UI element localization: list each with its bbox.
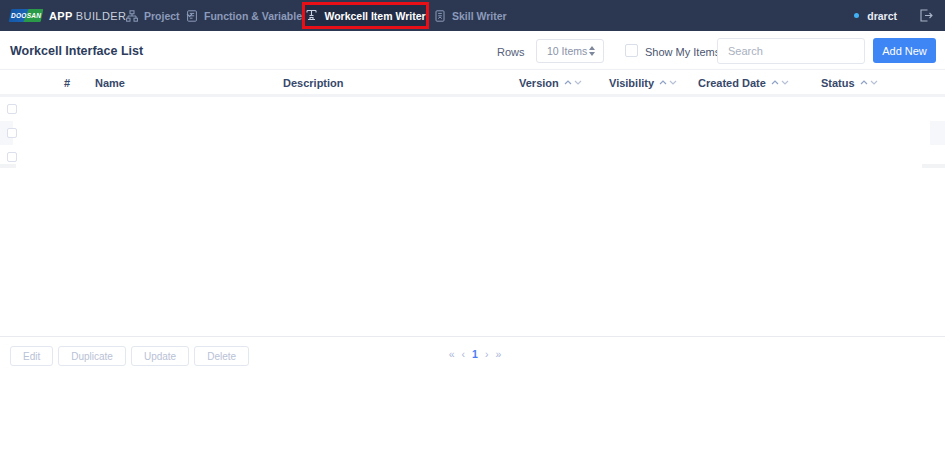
sort-desc-icon — [574, 80, 582, 85]
column-header-index: # — [64, 70, 70, 95]
table-row[interactable] — [0, 97, 945, 121]
sort-asc-icon — [564, 80, 572, 85]
table-edge-strip — [922, 164, 945, 168]
stepper-icon — [589, 46, 595, 56]
search-box — [717, 38, 865, 64]
show-my-items-checkbox[interactable] — [625, 44, 638, 57]
user-status-dot — [854, 13, 859, 18]
table-header: # Name Description Version Visibility Cr… — [0, 69, 945, 97]
pagination-first[interactable]: « — [449, 348, 455, 360]
table-row[interactable] — [0, 121, 945, 145]
logout-icon[interactable] — [919, 9, 933, 22]
sort-asc-icon — [860, 80, 868, 85]
sort-desc-icon — [669, 80, 677, 85]
nav-item-label: Skill Writer — [452, 10, 507, 22]
table-body — [0, 97, 945, 169]
edit-button[interactable]: Edit — [10, 346, 53, 366]
search-input[interactable] — [718, 45, 874, 57]
app-title: APPBUILDER — [49, 10, 126, 22]
nav-item-label: Project — [144, 10, 180, 22]
doosan-logo: DOOSAN — [9, 9, 44, 22]
pagination-page-1[interactable]: 1 — [472, 348, 478, 360]
sort-icons[interactable] — [659, 80, 677, 85]
org-chart-icon — [126, 10, 138, 22]
delete-button[interactable]: Delete — [194, 346, 249, 366]
column-header-visibility: Visibility — [609, 70, 677, 95]
sort-asc-icon — [771, 80, 779, 85]
nav-tab-label: Workcell Item Writer — [324, 10, 425, 22]
row-checkbox[interactable] — [7, 152, 17, 162]
footer-divider — [0, 336, 945, 337]
brand-logo[interactable]: DOOSAN APPBUILDER — [10, 0, 126, 31]
document-icon — [186, 10, 198, 22]
sort-icons[interactable] — [564, 80, 582, 85]
sort-asc-icon — [659, 80, 667, 85]
sort-icons[interactable] — [771, 80, 789, 85]
table-row[interactable] — [0, 145, 945, 169]
nav-item-project[interactable]: Project — [126, 0, 193, 31]
rows-label: Rows — [497, 46, 525, 58]
rows-per-page-select[interactable]: 10 Items — [536, 39, 604, 63]
pagination-last[interactable]: » — [495, 348, 501, 360]
column-header-name: Name — [95, 70, 125, 95]
row-checkbox[interactable] — [7, 128, 17, 138]
column-header-description: Description — [283, 70, 344, 95]
skill-writer-icon — [434, 10, 446, 22]
sort-desc-icon — [870, 80, 878, 85]
username: drarct — [867, 10, 897, 22]
page-title: Workcell Interface List — [10, 44, 143, 58]
pagination: « ‹ 1 › » — [435, 348, 515, 360]
sort-icons[interactable] — [860, 80, 878, 85]
column-header-created-date: Created Date — [698, 70, 789, 95]
update-button[interactable]: Update — [131, 346, 189, 366]
add-new-button[interactable]: Add New — [873, 38, 936, 63]
row-checkbox[interactable] — [7, 104, 17, 114]
row-highlight — [930, 121, 945, 145]
pagination-next[interactable]: › — [485, 348, 489, 360]
sort-desc-icon — [781, 80, 789, 85]
column-header-version: Version — [519, 70, 582, 95]
rows-select-value: 10 Items — [547, 45, 587, 57]
duplicate-button[interactable]: Duplicate — [58, 346, 126, 366]
nav-tab-workcell-item-writer[interactable]: Workcell Item Writer — [305, 4, 426, 27]
user-area: drarct — [854, 0, 933, 31]
table-edge-strip — [0, 164, 16, 168]
nav-item-skill-writer[interactable]: Skill Writer — [434, 0, 507, 31]
column-header-status: Status — [821, 70, 878, 95]
pagination-prev[interactable]: ‹ — [462, 348, 466, 360]
workcell-icon — [305, 9, 318, 23]
action-buttons: Edit Duplicate Update Delete — [10, 346, 249, 366]
top-navbar: DOOSAN APPBUILDER Project — [0, 0, 945, 31]
app-builder-page: DOOSAN APPBUILDER Project — [0, 0, 945, 460]
